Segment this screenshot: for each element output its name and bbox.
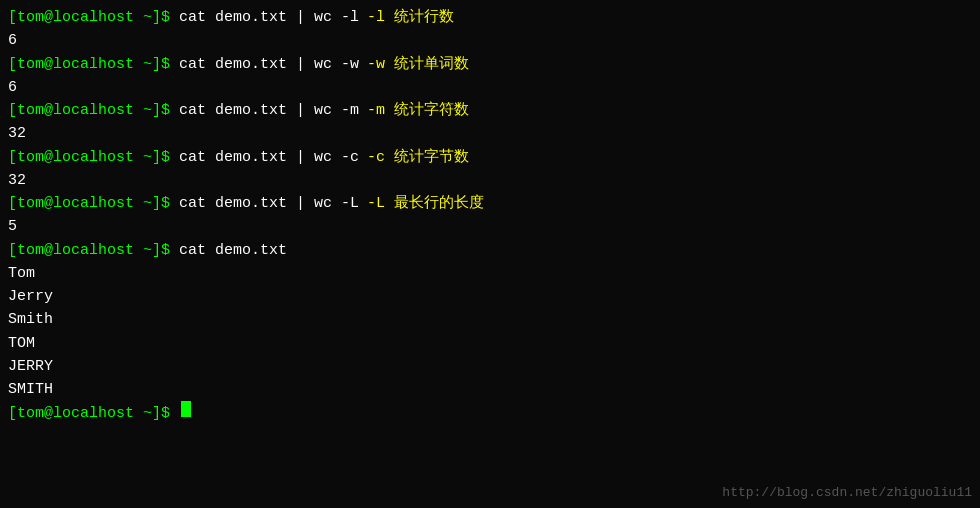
watermark: http://blog.csdn.net/zhiguoliu11 (722, 485, 972, 500)
terminal-line: [tom@localhost ~]$ cat demo.txt | wc -m-… (8, 99, 972, 122)
annotation: -m 统计字符数 (367, 99, 469, 122)
output-line: JERRY (8, 355, 972, 378)
terminal: [tom@localhost ~]$ cat demo.txt | wc -l-… (0, 0, 980, 508)
terminal-line: [tom@localhost ~]$ cat demo.txt | wc -L-… (8, 192, 972, 215)
terminal-line: [tom@localhost ~]$ cat demo.txt | wc -l-… (8, 6, 972, 29)
output-line: SMITH (8, 378, 972, 401)
command-text: cat demo.txt | wc -w (179, 53, 359, 76)
annotation: -l 统计行数 (367, 6, 454, 29)
output-line: Smith (8, 308, 972, 331)
command-text: cat demo.txt | wc -L (179, 192, 359, 215)
output-line: 5 (8, 215, 972, 238)
command-text: cat demo.txt | wc -m (179, 99, 359, 122)
annotation: -c 统计字节数 (367, 146, 469, 169)
output-line: TOM (8, 332, 972, 355)
output-line: 32 (8, 122, 972, 145)
output-line: 6 (8, 29, 972, 52)
output-line: Tom (8, 262, 972, 285)
output-line: Jerry (8, 285, 972, 308)
annotation: -w 统计单词数 (367, 53, 469, 76)
prompt: [tom@localhost ~]$ (8, 146, 179, 169)
command-text: cat demo.txt | wc -l (179, 6, 359, 29)
terminal-line: [tom@localhost ~]$ cat demo.txt (8, 239, 972, 262)
terminal-line: [tom@localhost ~]$ (8, 401, 972, 425)
output-line: 6 (8, 76, 972, 99)
command-text: cat demo.txt (179, 239, 287, 262)
prompt: [tom@localhost ~]$ (8, 239, 179, 262)
prompt: [tom@localhost ~]$ (8, 53, 179, 76)
prompt: [tom@localhost ~]$ (8, 99, 179, 122)
prompt: [tom@localhost ~]$ (8, 192, 179, 215)
command-text: cat demo.txt | wc -c (179, 146, 359, 169)
annotation: -L 最长行的长度 (367, 192, 484, 215)
prompt: [tom@localhost ~]$ (8, 402, 179, 425)
prompt: [tom@localhost ~]$ (8, 6, 179, 29)
terminal-line: [tom@localhost ~]$ cat demo.txt | wc -c-… (8, 146, 972, 169)
output-line: 32 (8, 169, 972, 192)
cursor (181, 401, 191, 417)
terminal-line: [tom@localhost ~]$ cat demo.txt | wc -w-… (8, 53, 972, 76)
